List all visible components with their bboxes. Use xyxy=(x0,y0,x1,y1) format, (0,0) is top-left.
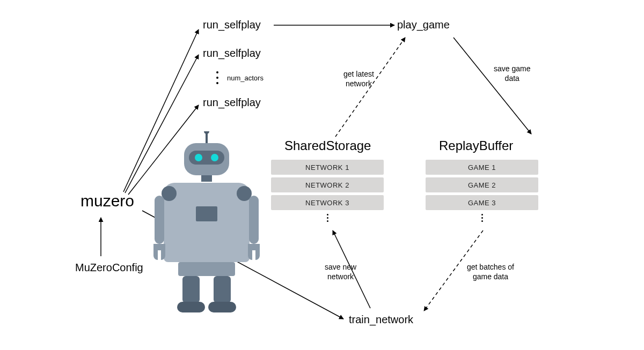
node-train-network: train_network xyxy=(349,314,413,326)
title-replay-buffer: ReplayBuffer xyxy=(439,138,513,153)
diagram-stage: muzero MuZeroConfig run_selfplay run_sel… xyxy=(0,0,644,350)
label-get-batches: get batches ofgame data xyxy=(467,263,514,281)
svg-rect-29 xyxy=(208,302,236,312)
svg-rect-28 xyxy=(177,302,205,312)
game-item: GAME 2 xyxy=(426,177,538,192)
svg-point-11 xyxy=(216,77,218,79)
svg-rect-19 xyxy=(201,175,212,182)
game-item: GAME 3 xyxy=(426,195,538,210)
svg-rect-20 xyxy=(196,206,217,221)
node-muzero-config: MuZeroConfig xyxy=(75,262,143,274)
more-dots-icon xyxy=(271,213,384,222)
label-num-actors: num_actors xyxy=(227,74,264,82)
svg-point-17 xyxy=(195,154,202,161)
svg-rect-23 xyxy=(155,196,164,244)
network-item: NETWORK 3 xyxy=(271,195,384,210)
robot-icon xyxy=(145,131,268,319)
svg-rect-16 xyxy=(189,151,224,165)
network-item: NETWORK 1 xyxy=(271,160,384,175)
svg-point-18 xyxy=(211,154,218,161)
node-run-selfplay-1: run_selfplay xyxy=(203,19,261,31)
replay-buffer-list: GAME 1 GAME 2 GAME 3 xyxy=(426,160,538,222)
svg-point-14 xyxy=(204,131,209,134)
svg-line-6 xyxy=(453,38,531,134)
node-play-game: play_game xyxy=(397,19,450,31)
svg-rect-27 xyxy=(214,276,231,303)
shared-storage-list: NETWORK 1 NETWORK 2 NETWORK 3 xyxy=(271,160,384,222)
title-shared-storage: SharedStorage xyxy=(284,138,371,153)
label-save-new-network: save newnetwork xyxy=(325,263,356,281)
node-run-selfplay-2: run_selfplay xyxy=(203,47,261,59)
svg-rect-26 xyxy=(182,276,200,303)
label-get-latest-network: get latestnetwork xyxy=(343,70,374,88)
svg-rect-24 xyxy=(249,196,259,244)
svg-point-12 xyxy=(216,82,218,84)
network-item: NETWORK 2 xyxy=(271,177,384,192)
game-item: GAME 1 xyxy=(426,160,538,175)
node-run-selfplay-3: run_selfplay xyxy=(203,96,261,109)
svg-point-10 xyxy=(216,71,218,73)
node-muzero: muzero xyxy=(80,192,134,210)
label-save-game-data: save gamedata xyxy=(494,64,530,83)
svg-rect-25 xyxy=(178,262,235,276)
more-dots-icon xyxy=(426,213,538,222)
